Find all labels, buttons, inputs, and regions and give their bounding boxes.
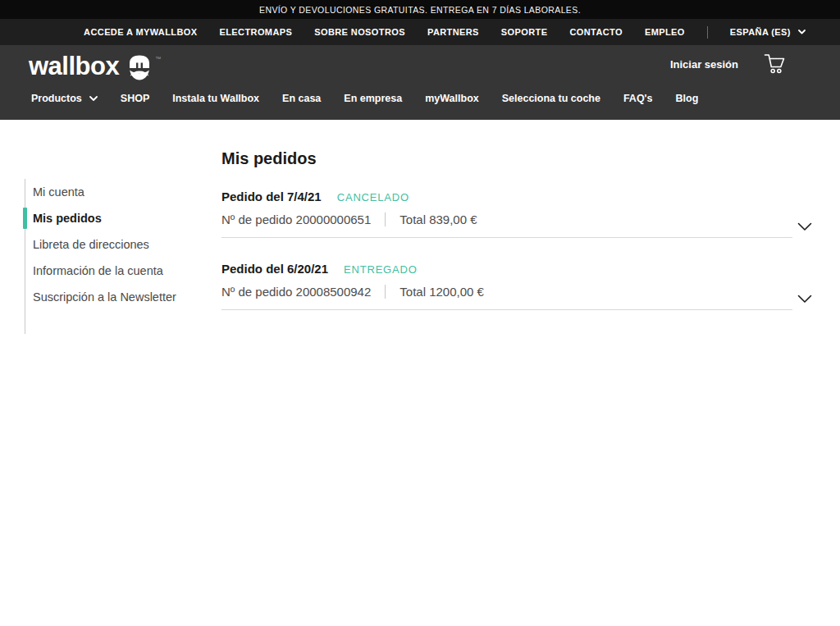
chevron-down-icon [89,93,98,104]
nav-item-faqs[interactable]: FAQ's [623,93,653,104]
utility-nav-sobre-nosotros[interactable]: SOBRE NOSOTROS [314,27,405,37]
locale-selector[interactable]: ESPAÑA (ES) [730,27,806,37]
order-summary: Pedido del 6/20/21 ENTREGADO Nº de pedid… [221,262,792,310]
wallbox-logo[interactable]: wallbox ™ [29,53,161,85]
order-number: Nº de pedido 20000000651 [221,212,371,226]
logo-trademark: ™ [155,56,161,62]
order-row: Pedido del 6/20/21 ENTREGADO Nº de pedid… [221,262,812,310]
order-total: Total 839,00 € [399,212,477,226]
utility-nav-empleo[interactable]: EMPLEO [645,27,685,37]
chevron-down-icon [797,222,812,231]
utility-nav-soporte[interactable]: SOPORTE [501,27,548,37]
sidebar-item-suscripcion-newsletter[interactable]: Suscripción a la Newsletter [25,284,189,310]
nav-item-en-empresa[interactable]: En empresa [344,93,402,104]
utility-nav-contacto[interactable]: CONTACTO [569,27,623,37]
content-area: Mi cuenta Mis pedidos Libreta de direcci… [0,120,840,334]
wallbox-mascot-icon [127,54,152,85]
utility-nav-partners[interactable]: PARTNERS [427,27,479,37]
page-title: Mis pedidos [221,149,812,168]
order-expand-button[interactable] [797,222,812,231]
chevron-down-icon [797,295,812,304]
main-header: wallbox ™ Iniciar sesión Productos [0,45,840,120]
cart-button[interactable] [764,53,786,79]
utility-nav-electromaps[interactable]: ELECTROMAPS [219,27,292,37]
login-link[interactable]: Iniciar sesión [670,58,738,71]
chevron-down-icon [798,30,806,34]
order-date: Pedido del 6/20/21 [221,262,328,276]
nav-item-shop[interactable]: SHOP [121,93,149,104]
utility-nav-divider [707,26,708,39]
order-number: Nº de pedido 20008500942 [221,285,371,299]
order-summary: Pedido del 7/4/21 CANCELADO Nº de pedido… [221,190,792,238]
nav-item-label: Productos [31,93,82,104]
utility-nav-accede-mywallbox[interactable]: ACCEDE A MYWALLBOX [84,27,197,37]
order-total: Total 1200,00 € [399,285,484,299]
utility-nav: ACCEDE A MYWALLBOX ELECTROMAPS SOBRE NOS… [0,19,840,45]
order-divider [385,285,386,299]
nav-item-blog[interactable]: Blog [676,93,699,104]
nav-item-instala-tu-wallbox[interactable]: Instala tu Wallbox [172,93,259,104]
sidebar-item-mi-cuenta[interactable]: Mi cuenta [25,179,189,205]
logo-wordmark: wallbox [29,53,119,80]
sidebar-item-informacion-de-la-cuenta[interactable]: Información de la cuenta [25,258,189,284]
nav-item-selecciona-tu-coche[interactable]: Selecciona tu coche [502,93,600,104]
order-date: Pedido del 7/4/21 [221,190,322,203]
announcement-bar: ENVÍO Y DEVOLUCIONES GRATUITAS. ENTREGA … [0,0,840,19]
nav-item-productos[interactable]: Productos [31,93,98,104]
account-sidebar: Mi cuenta Mis pedidos Libreta de direcci… [25,179,189,334]
sidebar-item-mis-pedidos[interactable]: Mis pedidos [25,205,189,231]
announcement-text: ENVÍO Y DEVOLUCIONES GRATUITAS. ENTREGA … [259,5,581,15]
cart-icon [764,66,786,79]
order-status-badge: ENTREGADO [344,263,418,276]
nav-item-mywallbox[interactable]: myWallbox [425,93,479,104]
sidebar-item-libreta-de-direcciones[interactable]: Libreta de direcciones [25,231,189,258]
nav-item-en-casa[interactable]: En casa [282,93,321,104]
primary-nav: Productos SHOP Instala tu Wallbox En cas… [31,93,698,104]
order-divider [385,212,386,226]
order-status-badge: CANCELADO [337,191,409,203]
locale-label: ESPAÑA (ES) [730,27,791,37]
order-expand-button[interactable] [797,295,812,304]
orders-panel: Mis pedidos Pedido del 7/4/21 CANCELADO … [221,149,812,334]
order-row: Pedido del 7/4/21 CANCELADO Nº de pedido… [221,190,812,238]
